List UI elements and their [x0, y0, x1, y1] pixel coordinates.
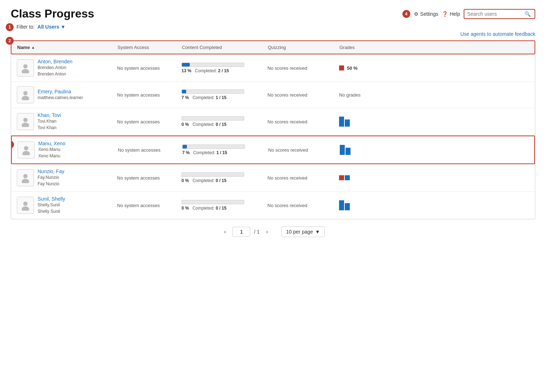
system-access: No system accesses	[117, 175, 182, 181]
grade-bar-red	[339, 175, 344, 180]
progress-completed: Completed: 1 / 15	[193, 150, 227, 155]
progress-bar-bg	[182, 200, 244, 204]
progress-pct: 7 %	[182, 95, 189, 100]
grade-bar-blue-short	[345, 119, 350, 127]
badge-4: 4	[402, 10, 410, 18]
progress-bar-fill	[183, 145, 187, 148]
table-row: Nunzio, Fay Fay.Nunzio Fay Nunzio No sys…	[11, 164, 535, 192]
help-button[interactable]: ❓ Help	[442, 11, 460, 17]
system-access: No system accesses	[117, 92, 182, 98]
svg-point-5	[22, 123, 29, 127]
user-username: Tovi.Khan	[38, 118, 61, 124]
progress-bar-bg	[182, 144, 245, 149]
progress-pct: 13 %	[182, 68, 191, 73]
quizzing: No scores received	[267, 203, 339, 208]
grade-bar-blue-tall	[340, 145, 345, 155]
table-row: Sunil, Shelly Shelly.Sunil Shelly Sunil …	[11, 192, 535, 219]
user-cell: Manu, Xeno Xeno.Manu Xeno Manu	[18, 141, 118, 159]
progress-text: 0 % Completed: 0 / 15	[182, 178, 267, 183]
table-body: Anton, Brenden Brenden.Anton Brenden Ant…	[11, 54, 535, 219]
prev-page-button[interactable]: ‹	[221, 227, 229, 236]
filter-dropdown[interactable]: All Users ▼	[38, 24, 66, 30]
help-icon: ❓	[442, 11, 448, 17]
progress-completed: Completed: 0 / 15	[193, 178, 227, 183]
user-fullname: Brenden Anton	[38, 71, 72, 77]
user-name[interactable]: Emery, Paulina	[38, 89, 83, 94]
grades-cell: No grades	[339, 92, 382, 98]
badge-2: 2	[6, 37, 14, 45]
user-username: Brenden.Anton	[38, 64, 72, 71]
progress-pct: 0 %	[182, 206, 189, 211]
user-username: matthew.calmes.learner	[38, 94, 83, 101]
avatar	[17, 169, 34, 186]
settings-button[interactable]: ⚙ Settings	[414, 11, 439, 17]
progress-bar-fill	[182, 90, 186, 93]
grade-bar-blue-short	[346, 148, 351, 155]
content-completed: 0 % Completed: 0 / 15	[182, 200, 267, 211]
per-page-select[interactable]: 10 per page ▼	[281, 226, 325, 237]
filter-label: Filter to:	[16, 24, 35, 30]
content-completed: 7 % Completed: 1 / 15	[182, 89, 267, 100]
col-system-access-header: System Access	[117, 45, 182, 50]
user-info: Nunzio, Fay Fay.Nunzio Fay Nunzio	[38, 168, 64, 187]
progress-pct: 0 %	[182, 122, 189, 127]
avatar	[17, 113, 34, 130]
svg-point-9	[22, 179, 29, 183]
data-table: 2 Name ▲ System Access Content Completed…	[11, 40, 535, 219]
progress-pct: 0 %	[182, 178, 189, 183]
user-cell: Khan, Tovi Tovi.Khan Tovi Khan	[17, 112, 117, 131]
user-username: Fay.Nunzio	[38, 174, 64, 181]
user-cell: Emery, Paulina matthew.calmes.learner	[17, 86, 117, 103]
grades-cell	[339, 175, 382, 180]
content-completed: 7 % Completed: 1 / 15	[182, 144, 268, 155]
per-page-label: 10 per page	[286, 229, 313, 235]
user-name[interactable]: Anton, Brenden	[38, 59, 72, 64]
svg-point-11	[22, 206, 29, 211]
highlighted-row-wrapper: 3 Manu, Xeno Xeno.Manu Xeno Manu	[11, 136, 535, 164]
content-completed: 0 % Completed: 0 / 15	[182, 116, 267, 127]
chevron-down-icon: ▼	[315, 229, 320, 235]
progress-text: 0 % Completed: 0 / 15	[182, 206, 267, 211]
col-quizzing-header: Quizzing	[268, 45, 339, 50]
svg-point-1	[22, 69, 29, 73]
svg-point-0	[23, 64, 28, 69]
user-username: Xeno.Manu	[38, 146, 66, 153]
user-name[interactable]: Khan, Tovi	[38, 112, 61, 118]
user-name[interactable]: Nunzio, Fay	[38, 168, 64, 174]
table-row: Emery, Paulina matthew.calmes.learner No…	[11, 82, 535, 108]
page-number-input[interactable]	[232, 227, 250, 237]
table-row: Khan, Tovi Tovi.Khan Tovi Khan No system…	[11, 108, 535, 136]
no-grades: No grades	[339, 92, 361, 98]
gear-icon: ⚙	[414, 11, 419, 17]
system-access: No system accesses	[117, 119, 182, 124]
agent-link[interactable]: Use agents to automate feedback	[460, 31, 535, 37]
user-info: Anton, Brenden Brenden.Anton Brenden Ant…	[38, 59, 72, 77]
avatar	[18, 141, 35, 158]
sort-asc-icon: ▲	[31, 45, 35, 49]
quizzing: No scores received	[267, 92, 339, 98]
avatar	[17, 197, 34, 214]
grades-cell	[340, 145, 383, 155]
user-info: Sunil, Shelly Shelly.Sunil Shelly Sunil	[38, 196, 65, 215]
user-cell: Nunzio, Fay Fay.Nunzio Fay Nunzio	[17, 168, 117, 187]
quizzing: No scores received	[268, 147, 340, 153]
next-page-button[interactable]: ›	[263, 227, 271, 236]
col-name-header[interactable]: Name ▲	[17, 45, 117, 50]
grade-bar-blue	[345, 175, 350, 180]
user-name[interactable]: Manu, Xeno	[38, 141, 66, 146]
progress-bar-bg	[182, 172, 244, 177]
filter-value: All Users	[38, 24, 59, 30]
user-name[interactable]: Sunil, Shelly	[38, 196, 65, 202]
svg-point-3	[22, 96, 29, 100]
grades-cell	[339, 200, 382, 210]
progress-bar-bg	[182, 116, 244, 121]
search-input[interactable]	[467, 11, 525, 17]
grade-bar-blue-tall	[339, 117, 344, 127]
user-fullname: Tovi Khan	[38, 124, 61, 131]
search-icon: 🔍	[525, 11, 531, 17]
svg-point-7	[23, 151, 30, 155]
settings-label: Settings	[420, 11, 439, 17]
quizzing: No scores received	[267, 119, 339, 124]
progress-pct: 7 %	[182, 150, 190, 155]
user-fullname: Xeno Manu	[38, 153, 66, 159]
